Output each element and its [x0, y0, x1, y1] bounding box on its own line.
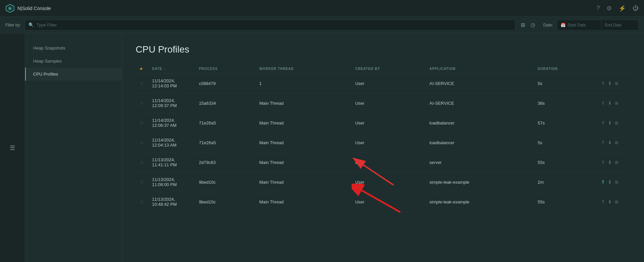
- cpu-profiles-table: ★ DATE PROCESS WORKER THREAD CREATED BY …: [136, 64, 631, 212]
- start-date-input[interactable]: [568, 23, 598, 27]
- download-icon[interactable]: ⬇: [608, 160, 612, 165]
- row-worker-thread: Main Thread: [255, 113, 351, 133]
- download-icon[interactable]: ⬇: [608, 100, 612, 106]
- power-icon[interactable]: ⏻: [633, 5, 639, 12]
- delete-icon[interactable]: ⊗: [615, 120, 619, 125]
- row-process: 71e26a5: [195, 113, 255, 133]
- search-icon: 🔍: [28, 22, 34, 27]
- star-button[interactable]: ☆: [140, 199, 144, 204]
- row-date: 11/14/2024, 12:09:37 PM: [148, 93, 195, 113]
- row-process: 71e26a5: [195, 133, 255, 153]
- row-worker-thread: Main Thread: [255, 192, 351, 212]
- col-star: ★: [136, 64, 148, 74]
- star-button[interactable]: ☆: [140, 179, 144, 185]
- row-application: AI-SERVICE: [425, 93, 533, 113]
- save-filter-icon[interactable]: ⊞: [519, 20, 526, 29]
- action-icons-group: ⇑⬇⊗: [601, 81, 627, 86]
- row-date: 11/13/2024, 11:41:11 PM: [148, 153, 195, 172]
- profile-icon[interactable]: ⇑: [601, 140, 605, 145]
- row-created-by: User: [351, 153, 426, 172]
- help-icon[interactable]: ?: [596, 5, 600, 12]
- left-nav: Heap Snapshots Heap Samples CPU Profiles: [25, 33, 122, 262]
- delete-icon[interactable]: ⊗: [615, 179, 619, 185]
- action-icons-group: ⇑⬇⊗: [601, 140, 627, 145]
- sidebar-toggle: ☰: [0, 33, 25, 262]
- row-application: AI-SERVICE: [425, 74, 533, 93]
- sidebar-item-cpu-profiles[interactable]: CPU Profiles: [25, 68, 122, 81]
- activity-icon[interactable]: ⚡: [619, 5, 626, 12]
- row-worker-thread: Main Thread: [255, 153, 351, 172]
- hamburger-icon[interactable]: ☰: [10, 144, 15, 152]
- star-button[interactable]: ☆: [140, 81, 144, 86]
- action-icons-group: ⇑⬇⊗: [601, 100, 627, 106]
- calendar-icon: 📅: [561, 23, 566, 27]
- star-button[interactable]: ☆: [140, 140, 144, 145]
- delete-icon[interactable]: ⊗: [615, 100, 619, 106]
- table-row: ☆11/14/2024, 12:14:03 PMc0884791UserAI-S…: [136, 74, 631, 93]
- download-icon[interactable]: ⬇: [608, 199, 612, 204]
- download-icon[interactable]: ⬇: [608, 179, 612, 185]
- row-application: simple-leak-example: [425, 192, 533, 212]
- row-worker-thread: Main Thread: [255, 172, 351, 192]
- sidebar-item-heap-snapshots[interactable]: Heap Snapshots: [25, 41, 122, 55]
- row-star-cell: ☆: [136, 192, 148, 212]
- delete-icon[interactable]: ⊗: [615, 140, 619, 145]
- row-duration: 57s: [533, 113, 597, 133]
- end-date-input[interactable]: [605, 23, 635, 27]
- row-created-by: User: [351, 192, 426, 212]
- page-title: CPU Profiles: [136, 44, 631, 55]
- table-row: ☆11/13/2024, 11:41:11 PM2d79c83Main Thre…: [136, 153, 631, 172]
- star-button[interactable]: ☆: [140, 120, 144, 125]
- filter-bar-icons: ⊞ ◷: [519, 20, 536, 29]
- nsolid-logo-icon: N: [5, 4, 15, 13]
- col-worker-thread: WORKER THREAD: [255, 64, 351, 74]
- filter-input[interactable]: [37, 22, 512, 27]
- download-icon[interactable]: ⬇: [608, 120, 612, 125]
- content-area: CPU Profiles ★ DATE PROCESS WORKER THREA…: [122, 33, 644, 262]
- row-actions: ⇑⬇⊗: [597, 113, 631, 133]
- col-created-by: CREATED BY: [351, 64, 426, 74]
- row-date: 11/13/2024, 11:08:00 PM: [148, 172, 195, 192]
- delete-icon[interactable]: ⊗: [615, 160, 619, 165]
- row-duration: 2m: [533, 172, 597, 192]
- col-date[interactable]: DATE: [148, 64, 195, 74]
- table-body: ☆11/14/2024, 12:14:03 PMc0884791UserAI-S…: [136, 74, 631, 212]
- download-icon[interactable]: ⬇: [608, 140, 612, 145]
- history-icon[interactable]: ◷: [529, 20, 536, 29]
- row-date: 11/14/2024, 12:06:37 AM: [148, 113, 195, 133]
- row-actions: ⇑⬇⊗: [597, 192, 631, 212]
- profile-icon[interactable]: ⇑: [601, 179, 605, 185]
- sidebar-item-heap-samples[interactable]: Heap Samples: [25, 55, 122, 68]
- row-star-cell: ☆: [136, 153, 148, 172]
- download-icon[interactable]: ⬇: [608, 81, 612, 86]
- star-button[interactable]: ☆: [140, 160, 144, 165]
- profile-icon[interactable]: ⇑: [601, 81, 605, 86]
- col-duration: DURATION: [533, 64, 597, 74]
- profile-icon[interactable]: ⇑: [601, 160, 605, 165]
- table-row: ☆11/14/2024, 12:04:13 AM71e26a5Main Thre…: [136, 133, 631, 153]
- app-logo: N N|Solid Console: [5, 4, 51, 13]
- star-button[interactable]: ☆: [140, 100, 144, 106]
- svg-text:N: N: [9, 7, 11, 10]
- delete-icon[interactable]: ⊗: [615, 199, 619, 204]
- row-duration: 38s: [533, 93, 597, 113]
- delete-icon[interactable]: ⊗: [615, 81, 619, 86]
- profile-icon[interactable]: ⇑: [601, 199, 605, 204]
- date-inputs: 📅: [557, 20, 639, 30]
- row-actions: ⇑⬇⊗: [597, 153, 631, 172]
- row-worker-thread: 1: [255, 74, 351, 93]
- filter-bar: Filter by: 🔍 ⊞ ◷ Date: 📅: [0, 17, 644, 33]
- row-created-by: User: [351, 74, 426, 93]
- top-bar-icons: ? ⚙ ⚡ ⏻: [596, 5, 639, 12]
- action-icons-group: ⇑⬇⊗: [601, 179, 627, 185]
- row-process: 9bed10c: [195, 192, 255, 212]
- profile-icon[interactable]: ⇑: [601, 100, 605, 106]
- starred-star-icon: ★: [140, 67, 143, 71]
- row-process: 15a6334: [195, 93, 255, 113]
- settings-icon[interactable]: ⚙: [606, 5, 612, 12]
- row-star-cell: ☆: [136, 74, 148, 93]
- row-date: 11/14/2024, 12:04:13 AM: [148, 133, 195, 153]
- profile-icon[interactable]: ⇑: [601, 120, 605, 125]
- row-duration: 5s: [533, 133, 597, 153]
- row-created-by: User: [351, 93, 426, 113]
